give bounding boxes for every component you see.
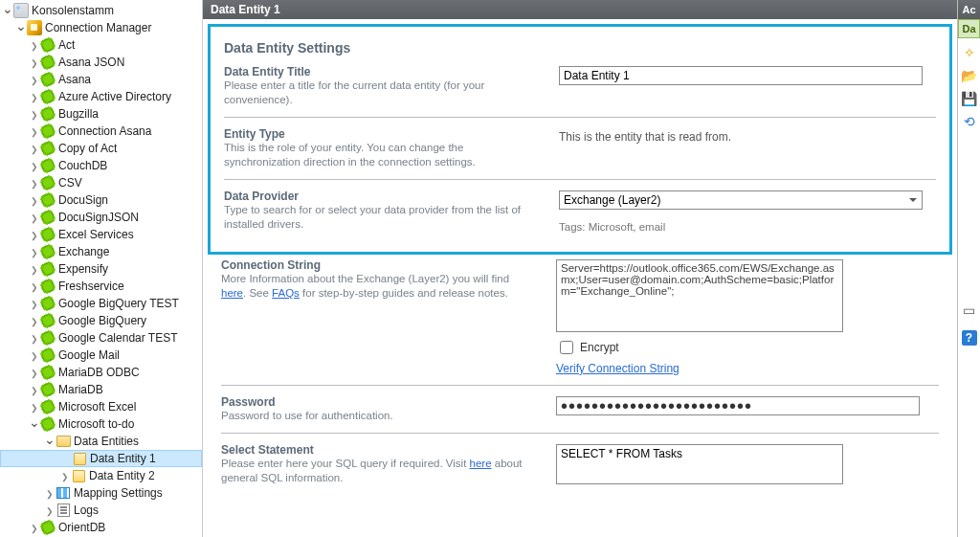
chevron-right-icon[interactable] — [29, 109, 40, 120]
tree-connection[interactable]: Connection Asana — [0, 123, 202, 140]
tree-label: Expensify — [58, 262, 108, 276]
chevron-down-icon[interactable] — [29, 416, 40, 432]
gear-icon — [40, 279, 56, 294]
strip-tab[interactable]: Da — [958, 19, 980, 38]
chevron-right-icon[interactable] — [29, 230, 40, 240]
entity-title-input[interactable] — [559, 66, 923, 85]
data-provider-select[interactable] — [559, 190, 923, 210]
chevron-right-icon[interactable] — [29, 316, 40, 326]
chevron-right-icon[interactable] — [29, 333, 40, 344]
chevron-right-icon[interactable] — [29, 350, 40, 361]
info-here-link[interactable]: here — [221, 287, 243, 299]
tree-label: Data Entity 1 — [90, 452, 156, 465]
tree-label: Data Entities — [74, 435, 139, 448]
chevron-right-icon[interactable] — [29, 40, 40, 51]
select-statement-input[interactable] — [556, 444, 843, 484]
tree-entity-1[interactable]: Data Entity 1 — [0, 450, 202, 467]
chevron-right-icon[interactable] — [29, 402, 40, 413]
tree-mapping-settings[interactable]: Mapping Settings — [0, 484, 202, 502]
chevron-right-icon[interactable] — [29, 523, 40, 533]
tree-connection[interactable]: Excel Services — [0, 226, 202, 243]
gear-icon — [40, 330, 56, 346]
help-icon[interactable]: ? — [962, 330, 977, 346]
tree-connection-manager[interactable]: Connection Manager — [0, 19, 202, 36]
tree-connection[interactable]: Copy of Act — [0, 140, 202, 157]
connection-string-input[interactable] — [556, 259, 843, 332]
tree-label: Data Entity 2 — [89, 469, 155, 482]
chevron-down-icon[interactable] — [2, 3, 13, 18]
field-data-provider: Data Provider Type to search for or sele… — [224, 190, 936, 233]
tree-connection[interactable]: Expensify — [0, 260, 202, 278]
chevron-right-icon[interactable] — [29, 57, 40, 68]
faqs-link[interactable]: FAQs — [272, 287, 300, 299]
tree-connection-todo[interactable]: Microsoft to-do — [0, 415, 202, 433]
gear-icon — [40, 175, 56, 190]
tree-connection[interactable]: Azure Active Directory — [0, 88, 202, 105]
chevron-down-icon[interactable] — [44, 434, 56, 449]
chevron-right-icon[interactable] — [29, 299, 40, 309]
chevron-right-icon[interactable] — [29, 75, 40, 85]
field-connection-string: Connection String More Information about… — [221, 258, 939, 375]
chevron-right-icon[interactable] — [29, 161, 40, 171]
folder-icon — [56, 434, 71, 449]
tree-label: DocuSign — [58, 193, 108, 207]
encrypt-checkbox[interactable] — [560, 341, 573, 354]
field-select-statement: Select Statement Please enter here your … — [221, 443, 939, 487]
back-icon[interactable]: ⟲ — [961, 113, 978, 130]
verify-connection-link[interactable]: Verify Connection String — [556, 362, 679, 375]
chevron-down-icon[interactable] — [15, 20, 27, 35]
tree-connection[interactable]: Asana — [0, 71, 202, 88]
entity-icon — [72, 451, 87, 466]
open-icon[interactable]: 📂 — [961, 67, 978, 84]
tree-connection[interactable]: Asana JSON — [0, 54, 202, 71]
chevron-right-icon[interactable] — [29, 368, 40, 378]
tree-entity-2[interactable]: Data Entity 2 — [0, 467, 202, 484]
tree-label: CSV — [58, 176, 82, 190]
chevron-right-icon[interactable] — [29, 195, 40, 206]
chevron-right-icon[interactable] — [29, 385, 40, 395]
chevron-right-icon[interactable] — [44, 488, 56, 499]
tree-connection[interactable]: Bugzilla — [0, 105, 202, 123]
connection-manager-icon — [27, 20, 42, 35]
tree-label: DocuSignJSON — [58, 211, 139, 224]
gear-icon — [40, 210, 56, 225]
tree-connection[interactable]: Freshservice — [0, 278, 202, 295]
chevron-right-icon[interactable] — [29, 247, 40, 257]
save-icon[interactable]: 💾 — [961, 90, 978, 107]
tree-connection[interactable]: Google BigQuery — [0, 312, 202, 329]
chevron-right-icon[interactable] — [44, 505, 56, 516]
tree-data-entities[interactable]: Data Entities — [0, 433, 202, 450]
strip-header: Ac — [958, 0, 980, 19]
chevron-right-icon[interactable] — [29, 144, 40, 154]
tree-connection[interactable]: MariaDB ODBC — [0, 364, 202, 381]
tree-connection[interactable]: DocuSign — [0, 191, 202, 209]
tree-label: Google BigQuery — [58, 314, 146, 327]
chevron-right-icon[interactable] — [29, 213, 40, 223]
tree-connection[interactable]: Google Calendar TEST — [0, 329, 202, 347]
tree-connection[interactable]: CSV — [0, 174, 202, 191]
tree-connection[interactable]: CouchDB — [0, 157, 202, 174]
chevron-right-icon[interactable] — [29, 264, 40, 275]
chevron-right-icon[interactable] — [29, 178, 40, 189]
tree-label: Act — [58, 38, 75, 52]
chevron-right-icon[interactable] — [29, 126, 40, 137]
chevron-right-icon[interactable] — [59, 471, 71, 481]
tree-root[interactable]: Konsolenstamm — [0, 2, 202, 19]
panel-title-bar: Data Entity 1 — [203, 0, 957, 19]
chevron-right-icon[interactable] — [29, 92, 40, 102]
tree-connection[interactable]: DocuSignJSON — [0, 209, 202, 226]
chevron-right-icon[interactable] — [29, 281, 40, 292]
tree-connection[interactable]: MariaDB — [0, 381, 202, 398]
tree-connection[interactable]: Exchange — [0, 243, 202, 260]
window-icon[interactable]: ▭ — [961, 302, 978, 319]
sql-here-link[interactable]: here — [470, 458, 492, 469]
new-icon[interactable]: ✧ — [961, 44, 978, 61]
tree-logs[interactable]: Logs — [0, 502, 202, 519]
tree-connection[interactable]: Google BigQuery TEST — [0, 295, 202, 312]
tree-connection[interactable]: Act — [0, 36, 202, 54]
tree-label: Copy of Act — [58, 142, 117, 155]
tree-connection[interactable]: Google Mail — [0, 347, 202, 364]
password-input[interactable]: ••••••••••••••••••••••••• — [556, 396, 920, 415]
tree-connection[interactable]: OrientDB — [0, 519, 202, 536]
tree-connection[interactable]: Microsoft Excel — [0, 398, 202, 415]
